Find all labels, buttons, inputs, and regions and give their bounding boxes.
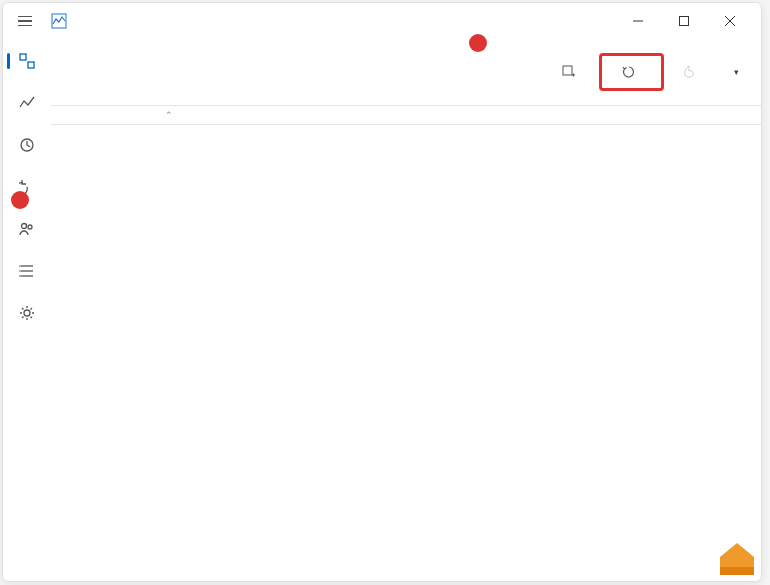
sidebar-users[interactable] bbox=[7, 211, 47, 247]
close-button[interactable] bbox=[707, 5, 753, 37]
table-header: ⌃ bbox=[51, 106, 761, 125]
performance-icon bbox=[19, 95, 35, 111]
table-body bbox=[51, 133, 761, 581]
efficiency-icon bbox=[682, 65, 696, 79]
col-header-mem[interactable] bbox=[471, 106, 543, 124]
minimize-button[interactable] bbox=[615, 5, 661, 37]
col-header-disk[interactable] bbox=[543, 106, 615, 124]
sidebar-processes[interactable] bbox=[7, 43, 47, 79]
svg-point-8 bbox=[22, 224, 27, 229]
run-new-task-button[interactable] bbox=[552, 59, 591, 85]
col-header-net[interactable] bbox=[615, 106, 687, 124]
sidebar-app-history[interactable] bbox=[7, 127, 47, 163]
svg-rect-2 bbox=[680, 17, 689, 26]
maximize-button[interactable] bbox=[661, 5, 707, 37]
restart-task-button[interactable] bbox=[599, 53, 664, 91]
services-icon bbox=[19, 305, 35, 321]
details-icon bbox=[19, 263, 35, 279]
sidebar bbox=[3, 39, 51, 581]
restart-icon bbox=[622, 65, 636, 79]
task-manager-window: ▾ ⌃ bbox=[2, 2, 762, 582]
col-header-name[interactable]: ⌃ bbox=[51, 106, 281, 124]
sidebar-services[interactable] bbox=[7, 295, 47, 331]
svg-point-13 bbox=[19, 265, 21, 267]
sort-caret-icon: ⌃ bbox=[165, 110, 173, 120]
callout-badge-1 bbox=[11, 191, 29, 209]
chevron-down-icon: ▾ bbox=[734, 67, 739, 77]
svg-rect-5 bbox=[20, 54, 26, 60]
svg-point-14 bbox=[19, 270, 21, 272]
app-icon bbox=[51, 13, 67, 29]
efficiency-mode-button[interactable] bbox=[672, 59, 711, 85]
run-new-icon bbox=[562, 65, 576, 79]
svg-rect-17 bbox=[563, 66, 572, 75]
svg-point-16 bbox=[24, 310, 30, 316]
history-icon bbox=[19, 137, 35, 153]
svg-point-15 bbox=[19, 275, 21, 277]
name-header-label bbox=[51, 125, 761, 133]
svg-rect-6 bbox=[28, 62, 34, 68]
main-area: ▾ ⌃ bbox=[51, 39, 761, 581]
sidebar-details[interactable] bbox=[7, 253, 47, 289]
svg-rect-20 bbox=[720, 567, 754, 575]
callout-badge-2 bbox=[469, 34, 487, 52]
titlebar bbox=[3, 3, 761, 39]
watermark-house-icon bbox=[716, 537, 758, 579]
col-header-cpu[interactable] bbox=[399, 106, 471, 124]
hamburger-menu-button[interactable] bbox=[11, 7, 39, 35]
col-header-status[interactable] bbox=[281, 106, 399, 124]
users-icon bbox=[19, 221, 35, 237]
process-table: ⌃ bbox=[51, 105, 761, 581]
processes-icon bbox=[19, 53, 35, 69]
watermark bbox=[716, 537, 764, 579]
sidebar-performance[interactable] bbox=[7, 85, 47, 121]
svg-point-9 bbox=[28, 225, 32, 229]
view-button[interactable]: ▾ bbox=[719, 61, 749, 83]
